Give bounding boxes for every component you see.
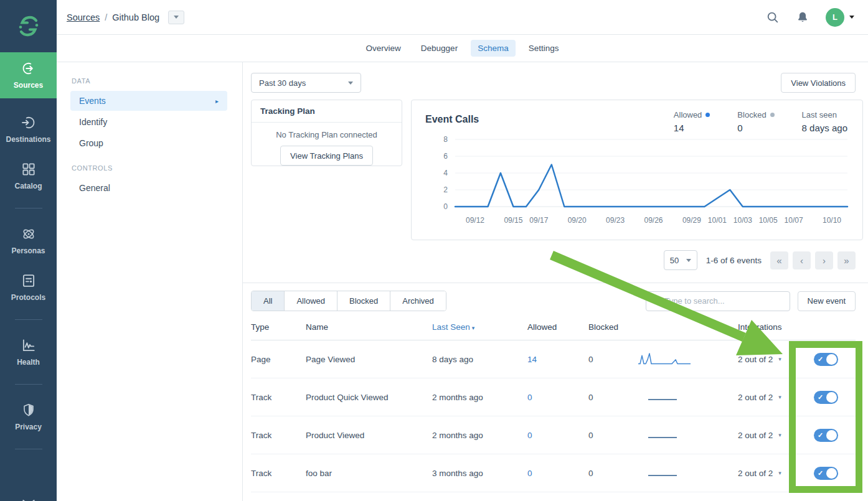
tab-schema[interactable]: Schema [471, 40, 516, 57]
event-calls-chart: 0246809/1209/1509/1709/2009/2309/2609/29… [425, 133, 856, 230]
sidebar-item-catalog[interactable]: Catalog [0, 160, 57, 192]
legend-dot [705, 113, 710, 117]
integrations-dropdown[interactable]: 2 out of 2▾ [738, 355, 808, 364]
new-event-button[interactable]: New event [798, 291, 856, 311]
sidebar-item-label: Health [17, 358, 40, 367]
breadcrumb-separator: / [105, 12, 107, 22]
column-header-blocked[interactable]: Blocked [588, 322, 632, 332]
cell-last-seen: 2 months ago [432, 431, 527, 440]
table-row[interactable]: TrackProduct Viewed2 months ago002 out o… [251, 416, 856, 454]
filter-tab-archived[interactable]: Archived [390, 291, 446, 311]
table-row[interactable]: PagePage Viewed8 days ago1402 out of 2▾✓ [251, 340, 856, 378]
tab-debugger[interactable]: Debugger [414, 40, 465, 57]
integration-toggle[interactable]: ✓ [814, 353, 838, 366]
cell-blocked: 0 [588, 393, 632, 402]
pagination-first-button[interactable]: « [770, 251, 788, 269]
table-row[interactable]: Trackfoo bar3 months ago002 out of 2▾✓ [251, 454, 856, 492]
segment-logo[interactable] [0, 0, 57, 52]
sidebar-divider [15, 449, 42, 449]
breadcrumb: Sources / Github Blog [67, 11, 184, 24]
column-header-allowed[interactable]: Allowed [527, 322, 588, 332]
svg-text:10/05: 10/05 [759, 216, 778, 225]
segment-logo-icon [16, 13, 42, 39]
app-root: SourcesDestinationsCatalogPersonasProtoc… [0, 0, 868, 501]
sidebar-item-destinations[interactable]: Destinations [0, 113, 57, 145]
avatar: L [826, 8, 844, 27]
view-violations-button[interactable]: View Violations [781, 73, 856, 93]
sidebar-item-engage[interactable] [0, 495, 57, 501]
toggle-knob [826, 392, 837, 403]
filter-tab-all[interactable]: All [252, 291, 284, 311]
search-icon [651, 296, 661, 306]
sidebar-item-personas[interactable]: Personas [0, 225, 57, 256]
tab-overview[interactable]: Overview [359, 40, 408, 57]
cell-allowed-link[interactable]: 0 [527, 393, 532, 402]
breadcrumb-sources-link[interactable]: Sources [67, 12, 100, 22]
chart-title: Event Calls [425, 110, 479, 125]
column-header-name[interactable]: Name [306, 322, 432, 332]
event-trend-flat [648, 399, 677, 400]
check-icon: ✓ [818, 356, 823, 363]
pagination-next-button[interactable]: › [815, 251, 833, 269]
time-range-select[interactable]: Past 30 days [251, 73, 361, 93]
table-row[interactable]: TrackProduct Quick Viewed2 months ago002… [251, 378, 856, 416]
cell-allowed-link[interactable]: 14 [527, 355, 537, 364]
page-size-select[interactable]: 50 [664, 250, 697, 270]
sidebar-item-health[interactable]: Health [0, 336, 57, 368]
time-range-value: Past 30 days [259, 78, 306, 88]
pagination: 50 1-6 of 6 events «‹›» [251, 250, 856, 270]
sidebar-item-label: Catalog [14, 182, 42, 190]
search-input[interactable] [646, 291, 790, 311]
notifications-button[interactable] [796, 11, 809, 24]
integrations-dropdown[interactable]: 2 out of 2▾ [738, 431, 808, 440]
sidebar-item-label: Privacy [15, 423, 42, 431]
source-switcher-button[interactable] [168, 11, 184, 24]
privacy-icon [21, 402, 37, 418]
column-header-integrations[interactable]: Integrations [738, 322, 808, 332]
topbar: Sources / Github Blog L [57, 0, 868, 35]
subnav-item-label: Group [79, 138, 103, 148]
pagination-prev-button[interactable]: ‹ [793, 251, 811, 269]
integration-toggle[interactable]: ✓ [814, 391, 838, 404]
topbar-right: L [766, 8, 854, 27]
legend-dot [770, 113, 775, 117]
svg-text:0: 0 [443, 202, 448, 211]
integrations-dropdown[interactable]: 2 out of 2▾ [738, 393, 808, 402]
tab-settings[interactable]: Settings [522, 40, 566, 57]
cell-allowed-link[interactable]: 0 [527, 431, 532, 440]
subnav-item-group[interactable]: Group [70, 133, 227, 153]
toggle-knob [826, 430, 837, 441]
chevron-down-icon: ▾ [778, 394, 781, 400]
integrations-count: 2 out of 2 [738, 431, 773, 440]
filter-tab-blocked[interactable]: Blocked [337, 291, 390, 311]
integration-toggle[interactable]: ✓ [814, 467, 838, 480]
user-menu[interactable]: L [826, 8, 854, 27]
column-header-last-seen[interactable]: Last Seen▾ [432, 322, 527, 332]
sidebar-item-sources[interactable]: Sources [0, 52, 57, 98]
subnav-item-events[interactable]: Events▸ [70, 91, 227, 111]
column-header-type[interactable]: Type [251, 322, 306, 332]
sidebar-item-privacy[interactable]: Privacy [0, 401, 57, 433]
sidebar-item-label: Protocols [11, 293, 45, 302]
integration-toggle[interactable]: ✓ [814, 429, 838, 442]
filter-row: AllAllowedBlockedArchived New event [251, 291, 856, 311]
stat-allowed: Allowed 14 [674, 110, 710, 133]
pagination-last-button[interactable]: » [837, 251, 856, 269]
personas-icon [21, 226, 37, 242]
svg-text:09/20: 09/20 [568, 216, 587, 225]
sidebar-divider [15, 384, 42, 385]
cell-allowed-link[interactable]: 0 [527, 469, 532, 478]
catalog-icon [21, 161, 37, 177]
subnav-item-identify[interactable]: Identify [70, 112, 227, 132]
subnav-item-general[interactable]: General [70, 178, 227, 198]
filter-tab-allowed[interactable]: Allowed [284, 291, 337, 311]
view-tracking-plans-button[interactable]: View Tracking Plans [280, 146, 373, 166]
chevron-down-icon: ▾ [778, 432, 781, 438]
chevron-down-icon: ▾ [778, 470, 781, 476]
chart-stats: Allowed 14Blocked 0Last seen8 days ago [674, 110, 847, 133]
chevron-down-icon: ▾ [778, 356, 781, 362]
integrations-dropdown[interactable]: 2 out of 2▾ [738, 469, 808, 478]
sidebar-item-protocols[interactable]: Protocols [0, 271, 57, 303]
sort-desc-icon: ▾ [472, 325, 475, 331]
search-button[interactable] [766, 11, 780, 24]
